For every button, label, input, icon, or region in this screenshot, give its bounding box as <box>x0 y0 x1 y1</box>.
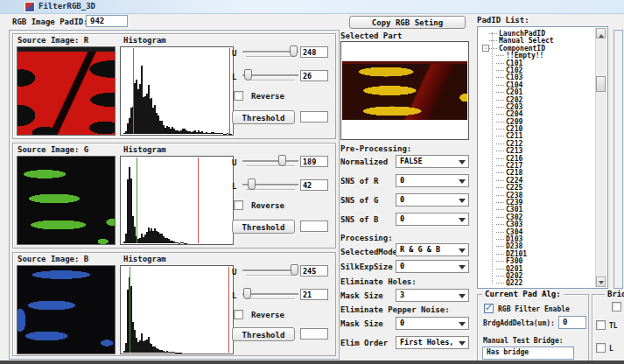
tree-branch-line <box>496 254 504 255</box>
tree-scrollbar[interactable] <box>595 28 606 287</box>
threshold-button-r[interactable]: Threshold <box>232 110 295 124</box>
tree-item[interactable]: LaunchPadID <box>480 30 595 37</box>
tree-item[interactable]: !!Empty!! <box>480 52 595 59</box>
tree-item[interactable]: C101 <box>480 60 595 66</box>
tree-item[interactable]: C218 <box>480 169 595 176</box>
l-slider-b-thumb[interactable] <box>243 288 251 299</box>
tree-item[interactable]: Q222 <box>480 279 595 286</box>
l-label-g: L <box>232 182 236 191</box>
tree-item[interactable]: Q201 <box>480 265 595 272</box>
tree-branch-line <box>496 239 504 240</box>
bridge-enable-checkbox[interactable] <box>612 302 621 312</box>
selectedmode-dropdown[interactable]: R & G & B <box>396 243 469 256</box>
tree-item[interactable]: C302 <box>480 214 595 220</box>
scroll-up-button[interactable] <box>596 28 606 38</box>
tree-item[interactable]: C225 <box>480 184 595 191</box>
padid-tree[interactable]: LaunchPadIDManual Select-ComponentID!!Em… <box>477 26 608 289</box>
u-slider-g[interactable] <box>242 155 298 167</box>
l-value-g-field[interactable]: 42 <box>300 179 328 191</box>
tree-item[interactable]: C210 <box>480 125 595 132</box>
tree-item[interactable]: F300 <box>480 257 595 264</box>
scroll-down-button[interactable] <box>596 276 606 287</box>
eliminate-pepper-header: Eliminate Pepper Noise: <box>340 305 450 314</box>
tree-item[interactable]: C103 <box>480 74 595 80</box>
tree-item[interactable]: D238 <box>480 242 595 249</box>
tree-item[interactable]: C238 <box>480 192 595 199</box>
reverse-checkbox-g[interactable] <box>234 200 243 210</box>
tree-item[interactable]: C224 <box>480 177 595 184</box>
tree-item[interactable]: C201 <box>480 88 595 95</box>
u-value-b-field[interactable]: 245 <box>300 265 328 276</box>
tree-item[interactable]: D103 <box>480 235 595 242</box>
u-slider-r[interactable] <box>242 46 298 58</box>
normalized-label: Normalized <box>340 158 388 166</box>
tree-collapse-icon[interactable]: - <box>482 45 489 52</box>
threshold-button-g[interactable]: Threshold <box>232 220 295 234</box>
reverse-checkbox-r[interactable] <box>234 91 243 101</box>
tree-item[interactable]: C217 <box>480 162 595 169</box>
tree-item[interactable]: C204 <box>480 110 595 117</box>
l-value-r-field[interactable]: 26 <box>300 70 328 81</box>
reverse-label-g: Reverse <box>251 201 284 210</box>
sns-b-dropdown[interactable]: 0 <box>396 213 469 226</box>
u-slider-g-thumb[interactable] <box>278 155 286 166</box>
tree-item[interactable]: C239 <box>480 199 595 206</box>
padid-value-field[interactable]: 942 <box>86 15 128 27</box>
mask-size-2-dropdown[interactable]: 0 <box>396 317 469 330</box>
tree-branch-line <box>489 33 497 34</box>
u-slider-b[interactable] <box>242 264 298 276</box>
scrollbar-thumb[interactable] <box>596 76 606 92</box>
tree-item[interactable]: C211 <box>480 132 595 139</box>
u-value-g-field[interactable]: 189 <box>300 156 328 167</box>
sns-b-value: 0 <box>400 214 404 223</box>
bridge-l-checkbox[interactable] <box>596 343 606 353</box>
tree-item[interactable]: DZ101 <box>480 250 595 257</box>
tree-item[interactable]: C203 <box>480 103 595 110</box>
silkexpsize-dropdown[interactable]: 0 <box>396 260 469 273</box>
tree-item[interactable]: C213 <box>480 147 595 154</box>
tree-branch-line <box>496 195 504 196</box>
l-slider-g[interactable] <box>242 178 298 191</box>
elim-order-dropdown[interactable]: First Holes, <box>396 336 469 349</box>
elim-order-label: Elim Order <box>340 339 388 347</box>
l-slider-g-thumb[interactable] <box>248 178 256 190</box>
tree-item[interactable]: C216 <box>480 155 595 162</box>
u-value-r-field[interactable]: 248 <box>300 46 328 58</box>
u-slider-r-thumb[interactable] <box>290 46 298 57</box>
histogram-g-lower-marker <box>137 158 137 243</box>
l-slider-r[interactable] <box>242 69 298 81</box>
mask-size-1-dropdown[interactable]: 3 <box>396 289 469 302</box>
manual-test-bridge-field[interactable]: Has bridge <box>482 346 574 360</box>
tree-item[interactable]: C104 <box>480 81 595 88</box>
source-panel-b-title: Source Image: B <box>18 255 88 263</box>
histogram-g-upper-marker <box>198 158 199 243</box>
brdg-add-delta-field[interactable]: 0 <box>558 316 586 329</box>
l-label-r: L <box>232 73 236 81</box>
threshold-button-b[interactable]: Threshold <box>232 327 295 341</box>
tree-item[interactable]: C202 <box>480 96 595 103</box>
l-slider-r-thumb[interactable] <box>244 69 252 80</box>
l-value-b-field[interactable]: 21 <box>300 289 328 300</box>
l-slider-b[interactable] <box>242 288 298 300</box>
u-slider-b-thumb[interactable] <box>291 264 298 276</box>
bridge-tl-checkbox[interactable] <box>596 320 606 330</box>
sns-g-dropdown[interactable]: 0 <box>396 193 469 206</box>
tree-item[interactable]: Manual Select <box>480 37 595 44</box>
normalized-dropdown[interactable]: FALSE <box>396 155 469 168</box>
tree-item[interactable]: C301 <box>480 206 595 213</box>
tree-item[interactable]: Q202 <box>480 272 595 279</box>
tree-branch-line <box>496 63 504 64</box>
tree-branch-line <box>496 187 504 188</box>
reverse-checkbox-b[interactable] <box>234 310 243 319</box>
tree-item[interactable]: C212 <box>480 140 595 147</box>
tree-item[interactable]: C303 <box>480 220 595 228</box>
tree-item[interactable]: C304 <box>480 228 595 235</box>
sns-r-dropdown[interactable]: 0 <box>396 174 469 187</box>
chevron-down-icon <box>459 294 466 302</box>
chevron-down-icon <box>459 199 466 206</box>
tree-item[interactable]: -ComponentID <box>480 45 595 52</box>
tree-item[interactable]: C209 <box>480 118 595 125</box>
rgb-filter-enable-checkbox[interactable] <box>484 304 494 313</box>
copy-rgb-setting-button[interactable]: Copy RGB Seting <box>349 16 466 29</box>
tree-item[interactable]: C102 <box>480 66 595 74</box>
